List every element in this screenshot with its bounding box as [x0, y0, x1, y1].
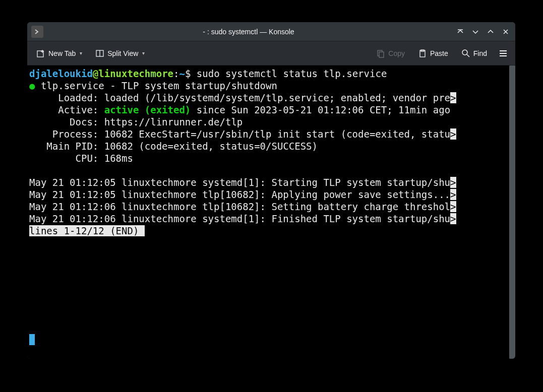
- hamburger-menu-button[interactable]: [496, 46, 510, 60]
- loaded-label: Loaded:: [29, 92, 104, 103]
- keep-above-button[interactable]: [454, 25, 467, 38]
- truncate-indicator: >: [450, 92, 456, 103]
- new-tab-icon: [36, 49, 45, 58]
- split-view-button[interactable]: Split View ▾: [91, 46, 149, 61]
- split-view-icon: [95, 49, 104, 58]
- docs-label: Docs:: [29, 116, 104, 127]
- log-line: May 21 01:12:06 linuxtechmore systemd[1]…: [29, 213, 450, 224]
- mainpid-value: 10682 (code=exited, status=0/SUCCESS): [104, 141, 318, 152]
- paste-button[interactable]: Paste: [414, 46, 452, 61]
- loaded-value: loaded (/lib/systemd/system/tlp.service;…: [104, 92, 450, 103]
- svg-rect-9: [379, 52, 384, 57]
- process-value: 10682 ExecStart=/usr/sbin/tlp init start…: [104, 128, 450, 140]
- copy-button[interactable]: Copy: [372, 46, 409, 61]
- cursor: [29, 334, 35, 345]
- truncate-indicator: >: [450, 189, 456, 200]
- window-title: - : sudo systemctl — Konsole: [43, 28, 454, 36]
- log-line: May 21 01:12:05 linuxtechmore systemd[1]…: [29, 177, 450, 188]
- new-tab-button[interactable]: New Tab ▾: [32, 46, 86, 61]
- window-controls: [454, 25, 512, 38]
- active-rest: since Sun 2023-05-21 01:12:06 CET; 11min…: [191, 104, 450, 115]
- mainpid-label: Main PID:: [29, 141, 104, 152]
- close-button[interactable]: [499, 25, 512, 38]
- prompt-colon: :: [173, 68, 179, 79]
- scrollbar[interactable]: [509, 66, 515, 359]
- cpu-label: CPU:: [29, 153, 104, 164]
- konsole-window: - : sudo systemctl — Konsole New Tab ▾ S…: [27, 22, 515, 359]
- paste-icon: [418, 49, 427, 58]
- log-line: May 21 01:12:05 linuxtechmore tlp[10682]…: [29, 189, 450, 200]
- truncate-indicator: >: [450, 201, 456, 212]
- new-tab-label: New Tab: [48, 49, 76, 57]
- prompt-user: djaleloukid: [29, 68, 93, 79]
- chevron-down-icon: ▾: [142, 50, 145, 56]
- docs-value: https://linrunner.de/tlp: [104, 116, 243, 127]
- status-dot-icon: ●: [29, 80, 35, 91]
- svg-line-13: [467, 54, 469, 57]
- truncate-indicator: >: [450, 213, 456, 224]
- svg-point-12: [462, 50, 467, 55]
- prompt-path: ~: [179, 68, 185, 79]
- toolbar: New Tab ▾ Split View ▾ Copy Paste Find: [27, 41, 515, 66]
- copy-icon: [376, 49, 385, 58]
- active-label: Active:: [29, 104, 104, 115]
- maximize-button[interactable]: [484, 25, 497, 38]
- active-value: active (exited): [104, 104, 191, 115]
- truncate-indicator: >: [450, 128, 456, 140]
- search-icon: [461, 49, 470, 58]
- prompt-dollar: $: [185, 68, 191, 79]
- terminal[interactable]: djaleloukid@linuxtechmore:~$ sudo system…: [27, 66, 509, 359]
- split-view-label: Split View: [107, 49, 138, 57]
- command-text: sudo systemctl status tlp.service: [197, 68, 387, 79]
- find-button[interactable]: Find: [457, 46, 491, 61]
- app-icon: [31, 26, 43, 38]
- minimize-button[interactable]: [469, 25, 482, 38]
- process-label: Process:: [29, 128, 104, 140]
- service-line: tlp.service - TLP system startup/shutdow…: [35, 80, 277, 91]
- log-line: May 21 01:12:06 linuxtechmore tlp[10682]…: [29, 201, 450, 212]
- prompt-at: @: [93, 68, 98, 79]
- paste-label: Paste: [430, 49, 448, 57]
- hamburger-icon: [499, 49, 508, 58]
- titlebar[interactable]: - : sudo systemctl — Konsole: [27, 22, 515, 41]
- truncate-indicator: >: [450, 177, 456, 188]
- pager-status: lines 1-12/12 (END): [29, 225, 145, 236]
- terminal-area: djaleloukid@linuxtechmore:~$ sudo system…: [27, 66, 515, 359]
- prompt-host: linuxtechmore: [98, 68, 173, 79]
- chevron-down-icon: ▾: [80, 50, 82, 56]
- scrollbar-thumb[interactable]: [509, 66, 515, 359]
- copy-label: Copy: [388, 49, 405, 57]
- cpu-value: 168ms: [104, 153, 133, 164]
- find-label: Find: [473, 49, 487, 57]
